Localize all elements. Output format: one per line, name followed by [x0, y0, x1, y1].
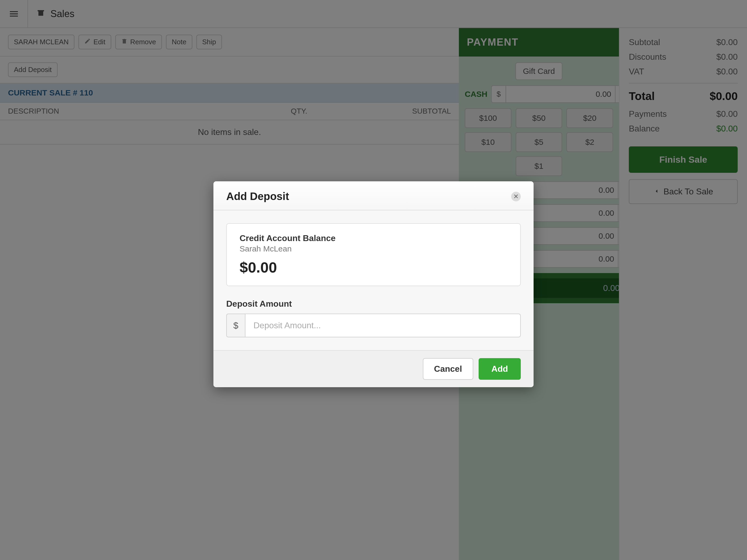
modal-header: Add Deposit ✕: [213, 181, 534, 210]
modal-title: Add Deposit: [226, 190, 289, 203]
modal-close-button[interactable]: ✕: [511, 192, 521, 201]
modal-footer: Cancel Add: [213, 350, 534, 387]
card-customer-name: Sarah McLean: [239, 244, 508, 253]
close-icon: ✕: [513, 193, 519, 200]
card-title: Credit Account Balance: [239, 233, 508, 243]
deposit-input-group: $: [226, 314, 521, 337]
deposit-amount-label: Deposit Amount: [226, 299, 521, 309]
deposit-currency-prefix: $: [226, 314, 245, 337]
add-deposit-modal: Add Deposit ✕ Credit Account Balance Sar…: [213, 181, 534, 387]
modal-overlay[interactable]: Add Deposit ✕ Credit Account Balance Sar…: [0, 0, 747, 560]
cancel-button[interactable]: Cancel: [423, 358, 473, 380]
deposit-amount-input[interactable]: [245, 314, 521, 337]
card-amount: $0.00: [239, 259, 508, 276]
modal-body: Credit Account Balance Sarah McLean $0.0…: [213, 210, 534, 350]
add-button[interactable]: Add: [479, 358, 521, 380]
credit-balance-card: Credit Account Balance Sarah McLean $0.0…: [226, 223, 521, 286]
